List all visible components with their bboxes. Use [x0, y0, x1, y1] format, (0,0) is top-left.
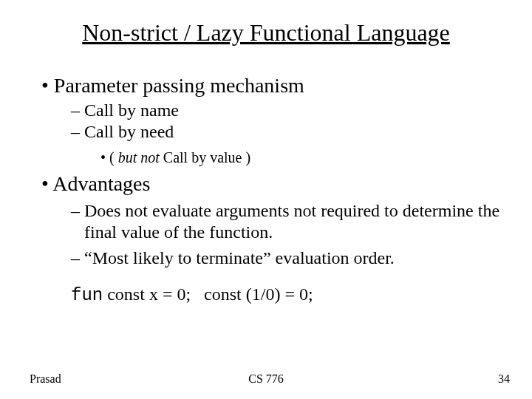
subsubbullet-but-not: ( but not Call by value ): [100, 149, 502, 166]
subbullet-no-eval: Does not evaluate arguments not required…: [71, 200, 502, 243]
bullet-parameter-passing: Parameter passing mechanism: [41, 74, 502, 98]
slide-title: Non-strict / Lazy Functional Language: [0, 19, 532, 47]
but-not-italic: but not: [118, 149, 160, 166]
subbullet-call-by-need: Call by need: [71, 122, 502, 142]
code-keyword-fun: fun: [71, 285, 103, 305]
footer-course: CS 776: [0, 372, 532, 386]
footer-page-number: 34: [498, 372, 510, 386]
subbullet-call-by-name: Call by name: [71, 100, 502, 120]
paren-open: (: [109, 149, 118, 166]
subbullet-most-likely: “Most likely to terminate” evaluation or…: [71, 248, 502, 269]
slide-content: Parameter passing mechanism Call by name…: [41, 68, 502, 305]
slide: Non-strict / Lazy Functional Language Pa…: [0, 0, 532, 399]
code-example: fun const x = 0; const (1/0) = 0;: [71, 284, 502, 305]
code-rest: const x = 0; const (1/0) = 0;: [103, 284, 313, 304]
call-by-value-text: Call by value ): [160, 149, 250, 166]
bullet-advantages: Advantages: [41, 172, 502, 196]
